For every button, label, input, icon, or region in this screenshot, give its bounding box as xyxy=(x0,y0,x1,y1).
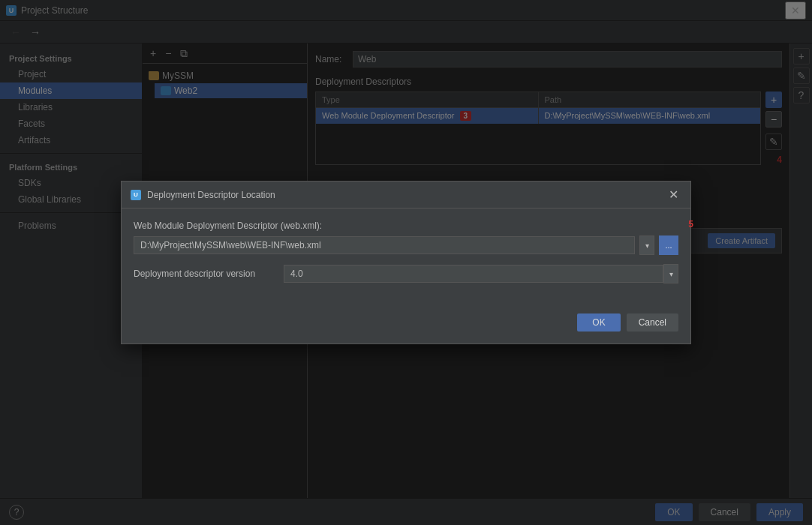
modal-version-label: Deployment descriptor version xyxy=(134,268,284,279)
modal-version-select: ▾ xyxy=(284,264,678,284)
modal-browse-button[interactable]: ... xyxy=(659,236,678,255)
modal-footer: OK Cancel xyxy=(122,308,690,344)
annotation-5: 5 xyxy=(688,219,693,230)
modal-body: Web Module Deployment Descriptor (web.xm… xyxy=(122,208,690,308)
modal-input-row: ▾ ... 5 xyxy=(134,236,678,255)
modal-overlay: U Deployment Descriptor Location ✕ Web M… xyxy=(0,0,812,525)
modal-dialog: U Deployment Descriptor Location ✕ Web M… xyxy=(121,181,691,344)
modal-titlebar: U Deployment Descriptor Location ✕ xyxy=(122,182,690,208)
modal-path-input[interactable] xyxy=(134,236,635,254)
modal-field-label: Web Module Deployment Descriptor (web.xm… xyxy=(134,220,678,231)
modal-icon: U xyxy=(131,190,141,200)
modal-cancel-button[interactable]: Cancel xyxy=(627,314,678,332)
modal-close-button[interactable]: ✕ xyxy=(666,188,681,202)
modal-version-row: Deployment descriptor version ▾ xyxy=(134,264,678,284)
modal-title: Deployment Descriptor Location xyxy=(147,190,275,200)
modal-dropdown-button[interactable]: ▾ xyxy=(639,236,654,255)
modal-ok-button[interactable]: OK xyxy=(577,314,620,332)
modal-version-input[interactable] xyxy=(284,265,663,283)
modal-version-dropdown-button[interactable]: ▾ xyxy=(663,264,678,284)
